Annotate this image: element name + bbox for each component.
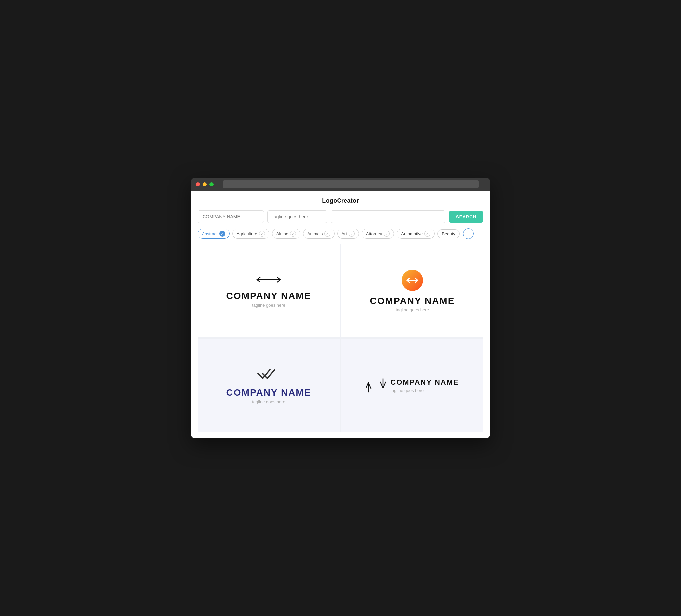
maximize-button[interactable]: [209, 182, 214, 186]
logo-3-company-name: COMPANY NAME: [226, 387, 311, 398]
filter-bar: Abstract Agriculture Airline Animals Art: [198, 228, 483, 239]
filter-chip-attorney[interactable]: Attorney: [362, 229, 394, 239]
search-bar: SEARCH: [198, 210, 483, 223]
url-bar: [223, 180, 479, 188]
filter-chip-beauty[interactable]: Beauty: [437, 229, 459, 238]
filter-label-attorney: Attorney: [366, 231, 382, 236]
filter-label-art: Art: [342, 231, 347, 236]
filter-chip-art[interactable]: Art: [337, 229, 359, 239]
company-name-input[interactable]: [198, 210, 264, 223]
filter-label-agriculture: Agriculture: [237, 231, 257, 236]
logo-card-3[interactable]: COMPANY NAME tagline goes here: [198, 339, 340, 432]
app-title: LogoCreator: [198, 198, 483, 204]
logo-4-content: COMPANY NAME tagline goes here: [366, 376, 458, 394]
logo-4-tagline: tagline goes here: [390, 388, 458, 393]
logo-4-company-name: COMPANY NAME: [390, 378, 458, 387]
logo-1-tagline: tagline goes here: [252, 303, 285, 308]
filter-check-art: [349, 231, 355, 237]
logo-1-icon: [255, 275, 282, 286]
keyword-input[interactable]: [330, 210, 445, 223]
filter-next-button[interactable]: →: [463, 228, 474, 239]
logo-1-company-name: COMPANY NAME: [226, 290, 311, 301]
logo-2-company-name: COMPANY NAME: [370, 296, 455, 306]
arrow-right-icon: →: [466, 231, 471, 236]
logo-4-text: COMPANY NAME tagline goes here: [390, 378, 458, 393]
filter-label-abstract: Abstract: [202, 231, 218, 236]
filter-check-animals: [324, 231, 330, 237]
logo-card-4[interactable]: COMPANY NAME tagline goes here: [341, 339, 483, 432]
minimize-button[interactable]: [202, 182, 207, 186]
filter-label-airline: Airline: [276, 231, 288, 236]
logo-card-1[interactable]: COMPANY NAME tagline goes here: [198, 244, 340, 337]
filter-check-airline: [290, 231, 296, 237]
filter-check-agriculture: [259, 231, 265, 237]
filter-chip-abstract[interactable]: Abstract: [198, 229, 230, 239]
search-button[interactable]: SEARCH: [449, 211, 483, 223]
logo-4-icon: [366, 376, 386, 394]
tagline-input[interactable]: [267, 210, 327, 223]
filter-chip-automotive[interactable]: Automotive: [397, 229, 435, 239]
filter-check-automotive: [424, 231, 430, 237]
logo-card-2[interactable]: COMPANY NAME tagline goes here: [341, 244, 483, 337]
filter-label-animals: Animals: [307, 231, 323, 236]
logo-3-icon: [255, 366, 282, 383]
filter-chip-airline[interactable]: Airline: [272, 229, 300, 239]
titlebar: [191, 178, 490, 191]
filter-chip-agriculture[interactable]: Agriculture: [232, 229, 269, 239]
filter-label-beauty: Beauty: [442, 231, 455, 236]
logo-3-tagline: tagline goes here: [252, 399, 285, 404]
filter-check-attorney: [384, 231, 390, 237]
filter-chip-animals[interactable]: Animals: [303, 229, 334, 239]
close-button[interactable]: [196, 182, 200, 186]
logo-2-tagline: tagline goes here: [396, 308, 429, 312]
filter-check-abstract: [220, 231, 225, 237]
app-content: LogoCreator SEARCH Abstract Agriculture …: [191, 191, 490, 438]
filter-label-automotive: Automotive: [401, 231, 423, 236]
app-window: LogoCreator SEARCH Abstract Agriculture …: [191, 178, 490, 438]
logo-2-icon: [402, 270, 423, 291]
logo-grid: COMPANY NAME tagline goes here COMPANY N…: [198, 244, 483, 432]
